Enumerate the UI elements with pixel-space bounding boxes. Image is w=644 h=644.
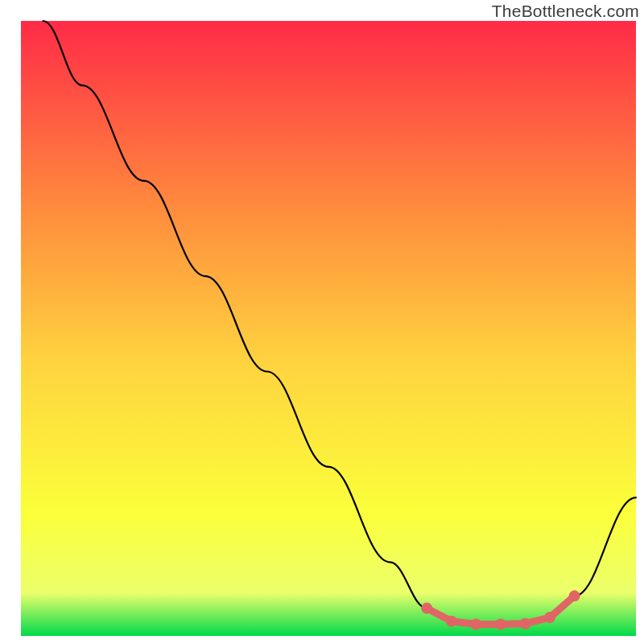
optimal-band-marker [569, 590, 580, 601]
optimal-band-marker [495, 618, 506, 630]
optimal-band-marker [519, 618, 530, 630]
bottleneck-chart [0, 0, 644, 644]
optimal-band-marker [470, 618, 481, 630]
plot-background [21, 21, 636, 636]
chart-container: TheBottleneck.com [0, 0, 644, 644]
optimal-band-marker [421, 603, 432, 614]
optimal-band-marker [544, 612, 555, 623]
optimal-band-marker [446, 616, 457, 627]
watermark-label: TheBottleneck.com [492, 2, 639, 21]
